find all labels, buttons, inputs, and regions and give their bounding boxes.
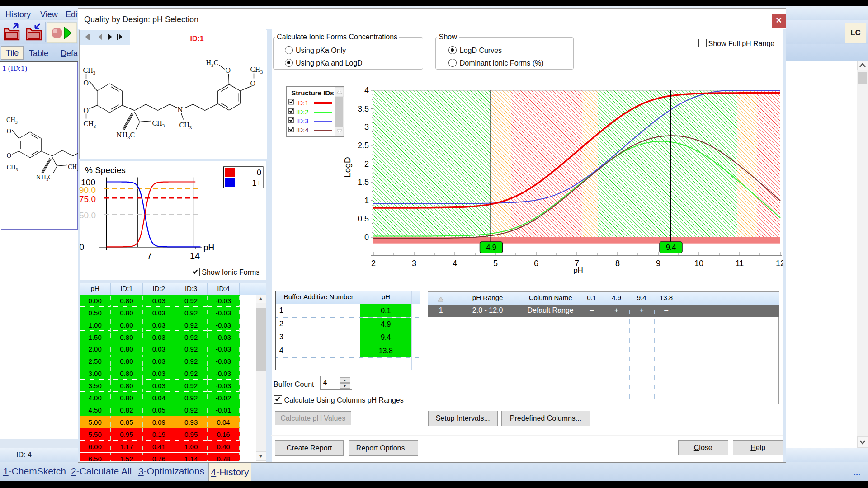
svg-text:8: 8 bbox=[615, 259, 620, 268]
svg-text:7: 7 bbox=[147, 251, 152, 261]
svg-text:10: 10 bbox=[694, 259, 703, 268]
svg-text:4: 4 bbox=[364, 86, 369, 95]
svg-text:CH3: CH3 bbox=[250, 65, 263, 74]
svg-text:5: 5 bbox=[493, 259, 498, 268]
svg-text:N: N bbox=[36, 174, 41, 181]
svg-text:CH3: CH3 bbox=[83, 66, 95, 75]
svg-text:H3C: H3C bbox=[206, 58, 218, 67]
svg-text:2: 2 bbox=[364, 160, 369, 169]
svg-text:0: 0 bbox=[79, 242, 84, 252]
svg-text:CH3: CH3 bbox=[179, 121, 192, 130]
svg-text:2.5: 2.5 bbox=[358, 141, 369, 150]
svg-text:6: 6 bbox=[534, 259, 538, 268]
svg-text:90.0: 90.0 bbox=[79, 185, 96, 195]
svg-text:O: O bbox=[83, 106, 89, 114]
svg-text:1.5: 1.5 bbox=[358, 178, 369, 187]
svg-text:CH3: CH3 bbox=[68, 163, 78, 172]
svg-text:O: O bbox=[225, 66, 231, 74]
svg-text:3.5: 3.5 bbox=[358, 104, 369, 113]
svg-text:75.0: 75.0 bbox=[79, 194, 96, 204]
svg-text:0: 0 bbox=[257, 168, 261, 177]
svg-text:3: 3 bbox=[364, 122, 369, 131]
svg-text:N: N bbox=[177, 105, 183, 113]
svg-text:9: 9 bbox=[656, 259, 660, 268]
svg-text:4: 4 bbox=[453, 259, 457, 268]
svg-text:O: O bbox=[83, 79, 89, 86]
svg-text:0: 0 bbox=[364, 233, 369, 242]
svg-text:CH3: CH3 bbox=[152, 119, 165, 128]
svg-text:1: 1 bbox=[364, 196, 369, 205]
svg-text:H3C: H3C bbox=[122, 131, 135, 140]
svg-text:14: 14 bbox=[190, 251, 200, 261]
svg-text:1+: 1+ bbox=[252, 178, 261, 188]
svg-text:11: 11 bbox=[736, 259, 744, 268]
svg-text:50.0: 50.0 bbox=[79, 211, 96, 220]
svg-text:9.4: 9.4 bbox=[666, 244, 676, 251]
svg-text:O: O bbox=[250, 79, 255, 87]
svg-text:N: N bbox=[116, 131, 122, 138]
svg-text:pH: pH bbox=[573, 266, 583, 275]
svg-text:LogD: LogD bbox=[343, 157, 352, 177]
svg-text:% Species: % Species bbox=[85, 165, 126, 175]
svg-text:4.9: 4.9 bbox=[486, 244, 496, 251]
svg-text:3: 3 bbox=[412, 259, 416, 268]
svg-text:12: 12 bbox=[776, 259, 783, 268]
svg-text:O: O bbox=[7, 152, 11, 159]
svg-text:CH3: CH3 bbox=[6, 116, 18, 125]
svg-text:CH3: CH3 bbox=[83, 119, 96, 128]
svg-text:0.5: 0.5 bbox=[358, 214, 369, 223]
svg-text:H3C: H3C bbox=[41, 174, 52, 182]
svg-text:pH: pH bbox=[203, 243, 214, 252]
svg-text:CH3: CH3 bbox=[7, 164, 18, 172]
svg-text:O: O bbox=[7, 127, 11, 135]
svg-text:2: 2 bbox=[371, 259, 376, 268]
